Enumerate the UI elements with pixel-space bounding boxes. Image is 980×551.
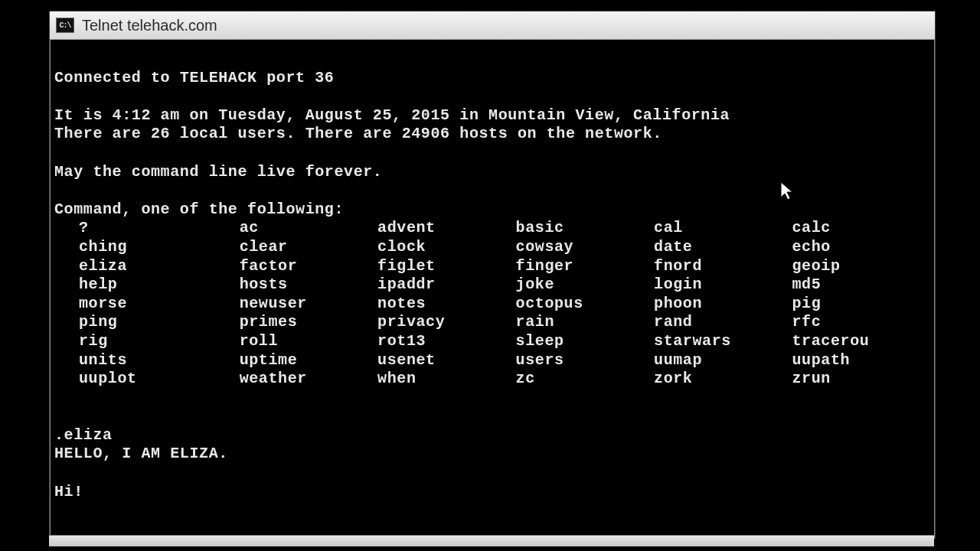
command-item: usenet: [377, 351, 515, 370]
command-item: units: [54, 351, 240, 370]
command-item: joke: [516, 276, 654, 295]
terminal-output[interactable]: Connected to TELEHACK port 36 It is 4:12…: [51, 41, 933, 536]
command-item: zork: [654, 370, 792, 389]
command-item: tracerou: [792, 332, 930, 351]
command-item: hosts: [240, 276, 377, 295]
command-item: uptime: [240, 351, 377, 370]
command-row: helphostsipaddrjokeloginmd5: [54, 276, 930, 295]
command-item: clear: [240, 238, 377, 257]
command-row: pingprimesprivacyrainrandrfc: [54, 313, 930, 332]
command-item: privacy: [377, 313, 515, 332]
command-item: pig: [792, 295, 930, 314]
command-item: when: [377, 370, 515, 389]
command-item: ipaddr: [377, 276, 515, 295]
command-item: cowsay: [516, 238, 654, 257]
command-item: zc: [516, 370, 654, 389]
command-item: uumap: [654, 351, 792, 370]
command-item: geoip: [792, 257, 930, 276]
command-item: login: [654, 276, 792, 295]
command-item: weather: [240, 370, 377, 389]
command-item: basic: [516, 219, 654, 238]
command-prompt-line: Command, one of the following:: [54, 201, 344, 218]
motto-line: May the command line live forever.: [54, 163, 382, 181]
command-item: starwars: [654, 332, 792, 351]
window-titlebar[interactable]: C:\ Telnet telehack.com: [50, 11, 935, 40]
command-item: notes: [377, 295, 515, 314]
command-item: octopus: [516, 295, 654, 314]
eliza-greeting-line: HELLO, I AM ELIZA.: [54, 445, 228, 462]
command-item: help: [54, 276, 240, 295]
command-item: finger: [516, 257, 654, 276]
user-input-line: Hi!: [54, 483, 83, 500]
command-row: chingclearclockcowsaydateecho: [54, 238, 930, 257]
command-row: rigrollrot13sleepstarwarstracerou: [54, 332, 930, 351]
command-row: elizafactorfigletfingerfnordgeoip: [54, 257, 930, 276]
command-item: rain: [516, 313, 654, 332]
command-item: ping: [54, 313, 240, 332]
command-item: zrun: [792, 370, 930, 389]
command-item: date: [654, 238, 792, 257]
command-item: primes: [240, 313, 377, 332]
command-item: cal: [654, 219, 792, 238]
command-row: uuplotweatherwhenzczorkzrun: [54, 370, 930, 389]
command-item: rfc: [792, 313, 930, 332]
command-item: uuplot: [54, 370, 240, 389]
command-item: sleep: [516, 332, 654, 351]
command-item: advent: [377, 219, 515, 238]
window-title: Telnet telehack.com: [82, 17, 217, 34]
command-item: morse: [54, 295, 240, 314]
cmd-icon: C:\: [56, 18, 74, 33]
command-item: ching: [54, 238, 240, 257]
command-item: echo: [792, 238, 930, 257]
command-item: clock: [377, 238, 515, 257]
command-item: roll: [240, 332, 377, 351]
command-row: ?acadventbasiccalcalc: [54, 219, 930, 238]
command-item: calc: [792, 219, 930, 238]
user-command-line: .eliza: [54, 426, 113, 444]
users-line: There are 26 local users. There are 2490…: [54, 125, 662, 142]
command-item: newuser: [240, 295, 377, 314]
telnet-window: C:\ Telnet telehack.com Connected to TEL…: [49, 11, 936, 539]
command-item: phoon: [654, 295, 792, 314]
connected-line: Connected to TELEHACK port 36: [54, 69, 334, 86]
command-item: ac: [240, 219, 377, 238]
cmd-icon-label: C:\: [59, 21, 70, 30]
command-item: rot13: [377, 332, 515, 351]
command-item: fnord: [654, 257, 792, 276]
command-item: rig: [54, 332, 240, 351]
window-bottom-frame: [49, 535, 934, 546]
command-item: rand: [654, 313, 792, 332]
command-item: uupath: [792, 351, 930, 370]
command-item: factor: [240, 257, 377, 276]
command-item: ?: [54, 219, 240, 238]
command-item: users: [516, 351, 654, 370]
command-item: md5: [792, 276, 930, 295]
command-list: ?acadventbasiccalcalcchingclearclockcows…: [54, 219, 930, 388]
datetime-line: It is 4:12 am on Tuesday, August 25, 201…: [54, 106, 730, 124]
command-row: morsenewusernotesoctopusphoonpig: [54, 295, 930, 314]
command-item: eliza: [54, 257, 240, 276]
command-row: unitsuptimeusenetusersuumapuupath: [54, 351, 930, 370]
command-item: figlet: [377, 257, 515, 276]
